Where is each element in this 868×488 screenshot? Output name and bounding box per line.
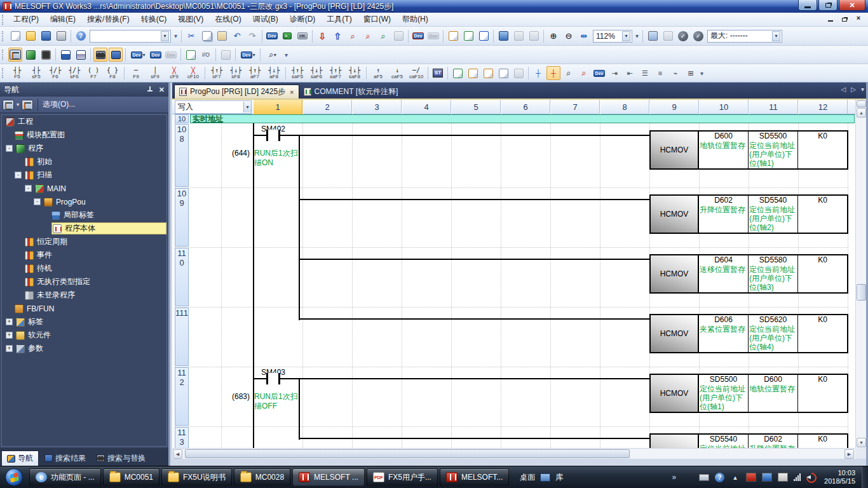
help-button[interactable]: ? [74,29,88,43]
dropdown-icon[interactable]: ▾ [161,31,169,41]
operand-cell[interactable]: SD5540定位当前地址(用户单位)下位(轴2) [699,435,749,448]
options-button[interactable]: 选项(O)... [43,99,75,110]
align-left-button[interactable]: ☰ [638,66,652,80]
status-stop-button[interactable] [661,29,675,43]
minimize-button[interactable] [798,0,817,11]
instruction-name[interactable]: HCMOV [651,435,699,448]
operand-cell[interactable]: D606夹紧位置暂存 [699,315,749,352]
module-configuration-button[interactable] [39,48,53,62]
column-header-8[interactable]: 8 [600,100,649,114]
rung-number[interactable]: 109 [175,188,189,247]
project-combo[interactable]: ▾ [90,30,171,43]
operand-cell[interactable]: SD5500定位当前地址(用户单位)下位(轴1) [749,132,798,168]
tree-item-standby[interactable]: 待机 [2,262,166,275]
monitor-status-button[interactable] [646,29,660,43]
taskbar-clock[interactable]: 10:03 2018/5/15 [824,469,855,485]
rung-number[interactable]: 112 [175,367,189,426]
pou-list-button[interactable]: ≡ [653,66,667,80]
falling-pulse-button[interactable]: ┤↓├sF8 [226,65,245,81]
tree-item-local-label[interactable]: 局部标签 [2,208,166,222]
close-tab-icon[interactable]: × [290,88,294,96]
parallel-closed-contact-button[interactable]: ┤/├sF6 [65,65,84,81]
melsoft-tray-icon[interactable] [746,473,756,482]
toolbar-overflow[interactable]: ▾ [635,34,639,38]
device-display-dropdown[interactable]: Dev▾ [128,48,147,62]
zoom-in-button[interactable]: ⊕ [546,29,560,43]
scroll-down-button[interactable]: ▼ [857,438,866,447]
mode-combo[interactable]: 写入▾ [175,100,252,114]
redo-button[interactable]: ↷ [245,29,259,43]
note-insert-button[interactable] [461,29,475,43]
show-desktop-button[interactable] [862,466,868,488]
parallel-falling-pulse-close-button[interactable]: ┤↓├saF8 [345,65,364,81]
outline-display-button[interactable] [58,48,72,62]
option-display-button[interactable]: ⊞ [684,66,698,80]
mdi-restore-button[interactable] [840,14,849,22]
device-comment-display-dropdown[interactable]: Dev▾ [238,48,257,62]
instruction-name[interactable]: HCMOV [651,375,699,412]
tree-item-parameter[interactable]: +参数 [2,342,166,355]
device-write-button[interactable]: Dev [411,29,425,43]
column-header-2[interactable]: 2 [302,100,352,114]
operand-cell[interactable]: K0 [798,435,847,448]
instruction-block[interactable]: HCMOV D600地轨位置暂存 SD5500定位当前地址(用户单位)下位(轴1… [649,130,848,170]
fb-insert-button[interactable] [466,66,480,80]
find-result-button[interactable] [109,48,123,62]
cut-button[interactable]: ✂ [184,29,198,43]
invert-operation-button[interactable]: ─/caF10 [407,65,426,81]
column-header-7[interactable]: 7 [550,100,600,114]
smart-search-button[interactable]: ⌁ [668,66,682,80]
zoom-level-combo[interactable]: 112%▾ [593,30,632,43]
instruction-name[interactable]: HCMOV [651,315,699,352]
rung-number[interactable]: 110 [175,248,189,306]
application-instruction-button[interactable]: { }F8 [103,65,122,81]
watch-window-2-button[interactable]: Dev [164,48,178,62]
vertical-line-button[interactable]: │sF9 [146,65,165,81]
inline-st-button[interactable] [451,66,465,80]
tree-item-program[interactable]: -程序 [2,142,166,155]
operand-cell[interactable]: D602升降位置暂存 [749,435,798,448]
delete-horizontal-line-button[interactable]: ╳cF9 [165,65,184,81]
column-header-9[interactable]: 9 [649,100,699,114]
toolbar-overflow[interactable]: ▾ [700,71,703,76]
mdi-minimize-button[interactable] [826,14,835,22]
window-cascade-button[interactable] [496,29,510,43]
wire-edit-button[interactable]: ┼ [531,66,545,80]
collapse-icon[interactable]: - [34,198,41,205]
zoom-out-button[interactable]: ⊖ [562,29,576,43]
tree-item-progpou[interactable]: -ProgPou [2,195,166,208]
menu-help[interactable]: 帮助(H) [397,12,434,27]
menu-diagnostics[interactable]: 诊断(D) [284,12,322,27]
device-memory-button[interactable]: Dev [265,29,279,43]
column-header-4[interactable]: 4 [402,100,451,114]
menu-online[interactable]: 在线(O) [209,12,247,27]
statement-insert-button[interactable] [446,29,460,43]
parallel-falling-pulse-button[interactable]: ┤↓├saF6 [307,65,326,81]
taskbar-folder-mc0051-button[interactable]: MC0051 [103,468,159,486]
element-selection-toggle[interactable] [24,48,37,62]
taskbar-melsoft-button[interactable]: MELSOFT ... [292,468,365,486]
operand-cell[interactable]: SD5620定位当前地址(用户单位)下位(轴4) [749,315,798,352]
instruction-block[interactable]: HCMOV SD5500定位当前地址(用户单位)下位(轴1) D600地轨位置暂… [649,374,848,413]
check-program-button[interactable]: ✓ [676,29,690,43]
tree-item-device[interactable]: +软元件 [2,329,166,342]
pin-icon[interactable] [146,86,154,93]
column-header-11[interactable]: 11 [749,100,798,114]
scan-time-combo[interactable]: 最大: -------▾ [707,30,782,43]
operand-cell[interactable]: D604送移位置暂存 [699,255,749,292]
instruction-name[interactable]: HCMOV [651,132,699,168]
tree-item-fb-fun[interactable]: FB/FUN [2,302,166,315]
menu-find-replace[interactable]: 搜索/替换(F) [81,12,135,27]
write-to-plc-button[interactable]: ⇩ [315,29,329,43]
vertical-scrollbar[interactable]: ▲ ▼ [855,100,866,448]
column-header-5[interactable]: 5 [451,100,501,114]
new-project-button[interactable] [8,29,22,43]
open-project-button[interactable] [24,29,37,43]
restore-button[interactable] [818,0,837,11]
horizontal-scroll-thumb[interactable] [185,449,630,458]
bluetooth-tray-icon[interactable] [762,473,772,482]
instruction-block[interactable]: HCMOV D602升降位置暂存 SD5540定位当前地址(用户单位)下位(轴2… [649,194,848,234]
monitor-start-button[interactable]: ⌕ [376,29,390,43]
tree-item-scan[interactable]: -扫描 [2,168,166,182]
statement-text[interactable]: 实时地址 [190,114,855,123]
